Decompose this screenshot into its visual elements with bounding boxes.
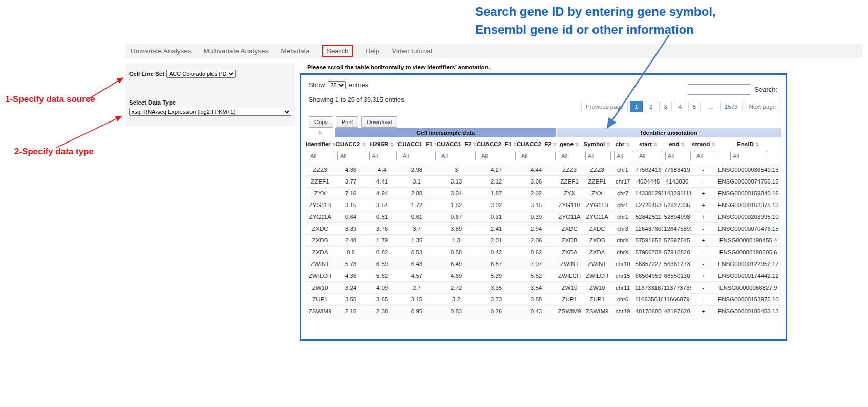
cell-cuacc2-f1: 3.35 bbox=[476, 282, 516, 294]
column-header-cuacc2-f2[interactable]: CUACC2_F2⇅ bbox=[516, 137, 556, 150]
filter-input-identifier[interactable] bbox=[308, 151, 334, 160]
filter-input-end[interactable] bbox=[665, 151, 691, 160]
table-row-zyx[interactable]: ZYX7.164.942.883.041.872.02ZYXZYXchr7143… bbox=[305, 188, 781, 199]
table-row-zw10[interactable]: ZW103.244.092.72.723.353.54ZW10ZW10chr11… bbox=[305, 282, 781, 294]
sort-icon[interactable]: ⇅ bbox=[711, 141, 715, 147]
table-row-zyg11b[interactable]: ZYG11B3.153.541.721.823.023.15ZYG11BZYG1… bbox=[305, 199, 781, 211]
cell-strand: + bbox=[691, 235, 715, 247]
filter-cell-gene bbox=[556, 150, 583, 164]
sort-icon[interactable]: ⇅ bbox=[362, 141, 366, 147]
table-row-zzz3[interactable]: ZZZ34.364.42.9834.274.44ZZZ3ZZZ3chr17756… bbox=[305, 164, 781, 176]
filter-input-cuacc2[interactable] bbox=[337, 151, 366, 160]
cell-line-set-select[interactable]: ACC Colorado plus PDX bbox=[166, 70, 236, 78]
filter-input-gene[interactable] bbox=[559, 151, 582, 160]
column-label: EnsID bbox=[737, 141, 754, 147]
filter-input-symbol[interactable] bbox=[585, 151, 611, 160]
column-header-h295r[interactable]: H295R⇅ bbox=[367, 137, 397, 150]
sort-icon[interactable]: ⇅ bbox=[755, 141, 759, 147]
filter-input-chr[interactable] bbox=[614, 151, 633, 160]
nav-item-univariate-analyses[interactable]: Univariate Analyses bbox=[131, 47, 192, 55]
table-row-zwint[interactable]: ZWINT5.736.596.436.496.877.07ZWINTZWINTc… bbox=[305, 258, 781, 270]
page-button-2[interactable]: 2 bbox=[645, 101, 657, 112]
table-row-zyg11a[interactable]: ZYG11A0.640.510.610.670.310.39ZYG11AZYG1… bbox=[305, 211, 781, 223]
cell-ensid: ENSG00000086827.9 bbox=[715, 282, 781, 294]
table-row-zswim9[interactable]: ZSWIM92.152.380.950.830.260.43ZSWIM9ZSWI… bbox=[305, 306, 781, 317]
sort-icon[interactable]: ⇅ bbox=[390, 141, 394, 147]
column-header-cuacc2-f1[interactable]: CUACC2_F1⇅ bbox=[476, 137, 516, 150]
nav-item-video-tutorial[interactable]: Video tutorial bbox=[392, 47, 432, 55]
filter-input-cuacc2-f1[interactable] bbox=[479, 151, 516, 160]
sort-icon[interactable]: ⇅ bbox=[575, 141, 579, 147]
filter-input-cuacc2-f2[interactable] bbox=[519, 151, 556, 160]
filter-input-h295r[interactable] bbox=[369, 151, 397, 160]
column-header-chr[interactable]: chr⇅ bbox=[611, 137, 634, 150]
table-row-zxdc[interactable]: ZXDC3.393.763.73.892.412.94ZXDCZXDCchr31… bbox=[305, 223, 781, 235]
download-button[interactable]: Download bbox=[361, 116, 397, 128]
sort-icon[interactable]: ⇅ bbox=[318, 130, 322, 136]
sort-icon[interactable]: ⇅ bbox=[626, 141, 630, 147]
cell-end: 113773735 bbox=[663, 282, 691, 294]
table-row-zzef1[interactable]: ZZEF13.774.413.13.132.123.06ZZEF1ZZEF1ch… bbox=[305, 176, 781, 188]
sort-icon[interactable]: ⇅ bbox=[606, 141, 610, 147]
table-row-zup1[interactable]: ZUP13.553.653.153.23.733.88ZUP1ZUP1chr61… bbox=[305, 294, 781, 306]
next-page-button[interactable]: Next page bbox=[745, 101, 780, 112]
print-button[interactable]: Print bbox=[336, 116, 359, 128]
sort-icon[interactable]: ⇅ bbox=[332, 141, 335, 147]
page-button-1573[interactable]: 1573 bbox=[720, 101, 743, 112]
sort-icon[interactable]: ⇅ bbox=[553, 141, 556, 147]
cell-chr: chr11 bbox=[611, 282, 634, 294]
copy-button[interactable]: Copy bbox=[309, 116, 333, 128]
cell-chr: chr10 bbox=[611, 258, 634, 270]
page-button-5[interactable]: 5 bbox=[688, 101, 701, 112]
table-row-zwilch[interactable]: ZWILCH4.365.624.574.695.395.52ZWILCHZWIL… bbox=[305, 270, 781, 282]
table-row-zxdb[interactable]: ZXDB2.481.791.351.32.012.06ZXDBZXDBchrX5… bbox=[305, 235, 781, 247]
column-header-ensid[interactable]: EnsID⇅ bbox=[715, 137, 781, 150]
column-header-cuacc1-f2[interactable]: CUACC1_F2⇅ bbox=[436, 137, 476, 150]
search-input[interactable] bbox=[688, 84, 750, 95]
cell-identifier: ZZEF1 bbox=[305, 176, 335, 188]
nav-item-metadata[interactable]: Metadata bbox=[281, 47, 309, 55]
cell-strand: - bbox=[691, 294, 715, 306]
column-header-gene[interactable]: gene⇅ bbox=[556, 137, 583, 150]
sort-icon[interactable]: ⇅ bbox=[473, 141, 476, 147]
cell-end: 126475891 bbox=[663, 223, 691, 235]
cell-symbol: ZYX bbox=[583, 188, 611, 199]
sort-icon[interactable]: ⇅ bbox=[513, 141, 516, 147]
previous-page-button[interactable]: Previous page bbox=[581, 101, 628, 112]
column-label: CUACC1_F2 bbox=[437, 141, 472, 147]
table-row-zxda[interactable]: ZXDA0.80.820.530.580.420.62ZXDAZXDAchrX5… bbox=[305, 247, 781, 258]
entries-per-page-select[interactable]: 25 bbox=[328, 81, 346, 89]
column-header-strand[interactable]: strand⇅ bbox=[691, 137, 715, 150]
cell-symbol: ZSWIM9 bbox=[583, 306, 611, 317]
annotation-heading-line1: Search gene ID by entering gene symbol, bbox=[475, 3, 777, 21]
filter-input-cuacc1-f1[interactable] bbox=[400, 151, 436, 160]
cell-chr: chr19 bbox=[611, 306, 634, 317]
column-header-start[interactable]: start⇅ bbox=[634, 137, 663, 150]
sort-icon[interactable]: ⇅ bbox=[653, 141, 658, 147]
column-header-cuacc2[interactable]: CUACC2⇅ bbox=[335, 137, 367, 150]
nav-item-search[interactable]: Search bbox=[322, 45, 353, 57]
sort-icon[interactable]: ⇅ bbox=[681, 141, 685, 147]
nav-item-help[interactable]: Help bbox=[365, 47, 379, 55]
filter-input-strand[interactable] bbox=[694, 151, 714, 160]
export-buttons: CopyPrintDownload bbox=[309, 116, 397, 128]
nav-item-multivariate-analyses[interactable]: Multivariate Analyses bbox=[204, 47, 269, 55]
column-header-identifier[interactable]: Identifier⇅ bbox=[305, 137, 335, 150]
cell-strand: - bbox=[691, 176, 715, 188]
column-header-end[interactable]: end⇅ bbox=[663, 137, 691, 150]
column-header-symbol[interactable]: Symbol⇅ bbox=[583, 137, 611, 150]
data-type-select[interactable]: xsq: RNA-seq Expression (log2 FPKM+1) bbox=[129, 108, 291, 116]
page-button-3[interactable]: 3 bbox=[659, 101, 671, 112]
column-header-row: Identifier⇅CUACC2⇅H295R⇅CUACC1_F1⇅CUACC1… bbox=[305, 137, 781, 150]
filter-input-ensid[interactable] bbox=[730, 151, 767, 160]
filter-input-start[interactable] bbox=[637, 151, 662, 160]
cell-chr: chrX bbox=[611, 235, 634, 247]
column-header-cuacc1-f1[interactable]: CUACC1_F1⇅ bbox=[397, 137, 436, 150]
cell-strand: - bbox=[691, 223, 715, 235]
cell-identifier: ZXDB bbox=[305, 235, 335, 247]
page-button-1[interactable]: 1 bbox=[630, 101, 642, 112]
cell-end: 66550130 bbox=[663, 270, 691, 282]
page-button-4[interactable]: 4 bbox=[674, 101, 686, 112]
sort-icon[interactable]: ⇅ bbox=[434, 141, 436, 147]
filter-input-cuacc1-f2[interactable] bbox=[439, 151, 476, 160]
